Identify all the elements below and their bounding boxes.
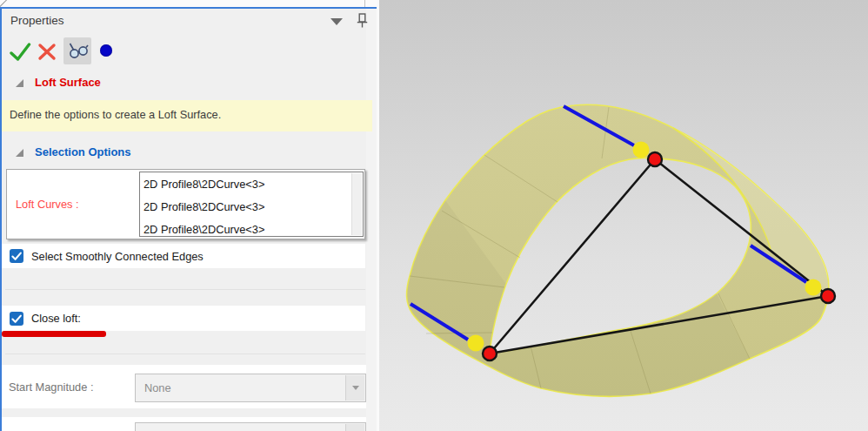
- section-title: Selection Options: [35, 145, 131, 158]
- list-scrollbar[interactable]: [351, 173, 362, 235]
- panel-titlebar: Properties: [2, 9, 377, 35]
- accept-check-icon[interactable]: [10, 42, 31, 65]
- loft-curves-label: Loft Curves :: [16, 170, 79, 239]
- viewport-3d[interactable]: [379, 0, 868, 431]
- selected-value: None: [144, 423, 171, 431]
- smooth-edges-row: Select Smoothly Connected Edges: [2, 244, 365, 268]
- combo-dropdown-button[interactable]: [345, 424, 364, 431]
- chevron-down-icon: [352, 386, 359, 390]
- divider: [5, 289, 365, 290]
- band-shading-bottom: [470, 293, 750, 396]
- vertex-handle-yellow: [805, 279, 822, 296]
- vertex-handle-yellow: [633, 142, 650, 158]
- panel-toolbar: [2, 37, 377, 70]
- selected-value: None: [144, 374, 171, 401]
- list-item[interactable]: 2D Profile8\2DCurve<3>: [140, 196, 363, 219]
- combo-dropdown-button[interactable]: [345, 375, 364, 401]
- checkbox-label: Close loft:: [31, 306, 81, 331]
- list-item[interactable]: 2D Profile8\2DCurve<3>: [140, 173, 363, 196]
- panel-title: Properties: [10, 14, 64, 27]
- collapse-triangle-icon: [16, 79, 23, 87]
- vertex-handle-yellow: [468, 335, 484, 352]
- checkbox-label: Select Smoothly Connected Edges: [31, 244, 204, 268]
- end-magnitude-select[interactable]: None: [135, 422, 366, 431]
- end-magnitude-row: End Magnitude : None: [2, 417, 366, 431]
- close-loft-row: Close loft:: [2, 306, 365, 331]
- chevron-down-icon[interactable]: [331, 18, 343, 25]
- divider: [5, 354, 365, 354]
- cancel-x-icon[interactable]: [37, 43, 57, 64]
- pin-icon[interactable]: [356, 12, 369, 33]
- tab-separator: [364, 0, 365, 7]
- loft-curves-listbox[interactable]: 2D Profile8\2DCurve<3> 2D Profile8\2DCur…: [139, 172, 364, 237]
- description-text: Define the options to create a Loft Surf…: [10, 108, 221, 121]
- loft-preview-scene: [379, 0, 868, 431]
- panel-tab-strip: [0, 0, 377, 7]
- loft-curves-group: Loft Curves : 2D Profile8\2DCurve<3> 2D …: [6, 169, 365, 239]
- start-magnitude-select[interactable]: None: [135, 374, 366, 402]
- start-magnitude-row: Start Magnitude : None: [2, 365, 366, 408]
- vertex-point-red: [648, 152, 662, 166]
- field-label: Start Magnitude :: [9, 365, 93, 408]
- app-window: Properties: [0, 0, 868, 431]
- blue-dot-icon[interactable]: [100, 44, 112, 57]
- panel-scroll-gutter[interactable]: [366, 9, 377, 431]
- section-title: Loft Surface: [35, 76, 101, 89]
- vertex-point-red: [821, 289, 835, 303]
- collapse-triangle-icon: [16, 149, 23, 157]
- preview-glasses-icon[interactable]: [63, 37, 91, 64]
- description-box: Define the options to create a Loft Surf…: [2, 100, 372, 131]
- list-item[interactable]: 2D Profile8\2DCurve<3>: [140, 219, 363, 237]
- vertex-point-red: [483, 347, 497, 360]
- section-header-loft-surface[interactable]: Loft Surface: [0, 75, 377, 94]
- smooth-edges-checkbox[interactable]: [10, 249, 23, 263]
- close-loft-checkbox[interactable]: [10, 312, 23, 326]
- panel-accent-border-left: [0, 7, 2, 431]
- section-header-selection-options[interactable]: Selection Options: [0, 145, 377, 164]
- field-label: End Magnitude :: [9, 417, 90, 431]
- annotation-underline: [2, 331, 106, 337]
- properties-panel: Properties: [0, 7, 377, 431]
